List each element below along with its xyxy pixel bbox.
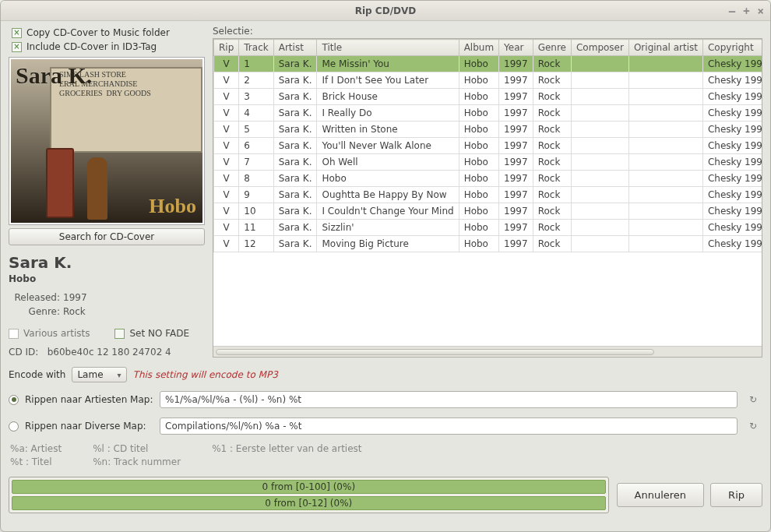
rip-cell[interactable]: V (214, 138, 239, 154)
table-row[interactable]: V10Sara K.I Couldn't Change Your MindHob… (214, 203, 763, 220)
selection-label: Selectie: (213, 26, 762, 37)
rip-cell[interactable]: V (214, 105, 239, 122)
album-cover: SIMS LASH STOREERAL MERCHANDISEGROCERIES… (9, 57, 205, 225)
artist-heading: Sara K. (9, 253, 205, 272)
copy-cover-label: Copy CD-Cover to Music folder (26, 27, 170, 38)
col-composer[interactable]: Composer (571, 40, 628, 56)
cover-title-text: Hobo (149, 195, 196, 218)
window-controls: — + × (729, 5, 764, 16)
col-year[interactable]: Year (499, 40, 533, 56)
rip-cell[interactable]: V (214, 122, 239, 138)
col-original-artist[interactable]: Original artist (628, 40, 702, 56)
legend-a: %a: Artiest (10, 443, 62, 454)
rip-cell[interactable]: V (214, 220, 239, 236)
col-album[interactable]: Album (459, 40, 498, 56)
encode-label: Encode with (9, 369, 65, 380)
window-title: Rip CD/DVD (355, 5, 416, 16)
artist-map-label: Rippen naar Artiesten Map: (25, 394, 153, 405)
progress-bar-overall: 0 from [0-100] (0%) (12, 480, 606, 494)
table-row[interactable]: V9Sara K.Oughtta Be Happy By NowHobo1997… (214, 187, 763, 203)
horizontal-scrollbar[interactable] (213, 346, 762, 357)
rip-cell[interactable]: V (214, 56, 239, 72)
rip-cell[interactable]: V (214, 154, 239, 171)
track-table-frame: RipTrackArtistTitleAlbumYearGenreCompose… (213, 38, 762, 358)
table-row[interactable]: V4Sara K.I Really DoHobo1997RockChesky 1… (214, 105, 763, 122)
col-genre[interactable]: Genre (533, 40, 571, 56)
legend-l: %l : CD titel (93, 443, 181, 454)
maximize-icon[interactable]: + (743, 5, 749, 16)
rip-cell[interactable]: V (214, 187, 239, 203)
col-copyright[interactable]: Copyright (702, 40, 762, 56)
legend-n: %n: Track nummer (93, 456, 181, 467)
artist-map-input[interactable] (160, 391, 738, 408)
close-icon[interactable]: × (758, 5, 764, 16)
rip-cell[interactable]: V (214, 236, 239, 252)
cancel-button[interactable]: Annuleren (617, 483, 705, 507)
encode-warning: This setting will encode to MP3 (133, 369, 278, 380)
artist-map-radio[interactable] (9, 395, 19, 405)
no-fade-label: Set NO FADE (129, 328, 189, 339)
album-heading: Hobo (9, 273, 205, 284)
table-row[interactable]: V2Sara K.If I Don't See You LaterHobo199… (214, 72, 763, 89)
released-label: Released: (9, 292, 63, 303)
no-fade-checkbox[interactable] (114, 329, 125, 339)
rip-cell[interactable]: V (214, 171, 239, 187)
table-row[interactable]: V8Sara K.HoboHobo1997RockChesky 1997 (214, 171, 763, 187)
encoder-combo[interactable]: Lame (72, 367, 126, 382)
table-row[interactable]: V1Sara K.Me Missin' YouHobo1997RockChesk… (214, 56, 763, 72)
genre-value: Rock (63, 306, 205, 317)
include-cover-checkbox[interactable]: × (12, 42, 22, 52)
cd-id-value: b60be40c 12 180 24702 4 (48, 347, 171, 358)
col-rip[interactable]: Rip (214, 40, 239, 56)
released-value: 1997 (63, 292, 205, 303)
app-window: Rip CD/DVD — + × × Copy CD-Cover to Musi… (0, 0, 771, 532)
encoder-value: Lame (77, 369, 103, 380)
legend-t: %t : Titel (10, 456, 62, 467)
table-row[interactable]: V11Sara K.Sizzlin'Hobo1997RockChesky 199… (214, 220, 763, 236)
diverse-map-reload-icon[interactable]: ↻ (744, 417, 762, 435)
track-table[interactable]: RipTrackArtistTitleAlbumYearGenreCompose… (213, 39, 762, 252)
progress-panel: 0 from [0-100] (0%) 0 from [0-12] (0%) (9, 477, 609, 513)
cover-artist-text: Sara K. (16, 62, 92, 89)
genre-label: Genre: (9, 306, 63, 317)
various-artists-checkbox[interactable] (9, 329, 19, 339)
diverse-map-radio[interactable] (9, 421, 19, 432)
minimize-icon[interactable]: — (729, 5, 735, 16)
table-row[interactable]: V5Sara K.Written in StoneHobo1997RockChe… (214, 122, 763, 138)
search-cover-label: Search for CD-Cover (59, 231, 154, 242)
col-artist[interactable]: Artist (273, 40, 317, 56)
rip-cell[interactable]: V (214, 89, 239, 105)
pattern-legend: %a: Artiest %t : Titel %l : CD titel %n:… (10, 443, 761, 467)
artist-map-reload-icon[interactable]: ↻ (744, 390, 762, 409)
include-cover-label: Include CD-Cover in ID3-Tag (26, 41, 157, 52)
rip-cell[interactable]: V (214, 203, 239, 220)
table-row[interactable]: V6Sara K.You'll Never Walk AloneHobo1997… (214, 138, 763, 154)
table-row[interactable]: V7Sara K.Oh WellHobo1997RockChesky 1997 (214, 154, 763, 171)
rip-cell[interactable]: V (214, 72, 239, 89)
rip-button[interactable]: Rip (710, 483, 762, 507)
diverse-map-input[interactable] (160, 417, 738, 435)
cd-id-label: CD ID: (9, 347, 38, 358)
diverse-map-label: Rippen naar Diverse Map: (25, 421, 153, 432)
search-cover-button[interactable]: Search for CD-Cover (9, 228, 205, 245)
progress-bar-track: 0 from [0-12] (0%) (12, 496, 606, 510)
col-track[interactable]: Track (239, 40, 273, 56)
table-row[interactable]: V12Sara K.Moving Big PictureHobo1997Rock… (214, 236, 763, 252)
various-artists-label: Various artists (23, 328, 90, 339)
titlebar[interactable]: Rip CD/DVD — + × (1, 1, 770, 21)
col-title[interactable]: Title (317, 40, 459, 56)
table-row[interactable]: V3Sara K.Brick HouseHobo1997RockChesky 1… (214, 89, 763, 105)
legend-1: %1 : Eerste letter van de artiest (212, 443, 361, 454)
copy-cover-checkbox[interactable]: × (12, 28, 22, 38)
